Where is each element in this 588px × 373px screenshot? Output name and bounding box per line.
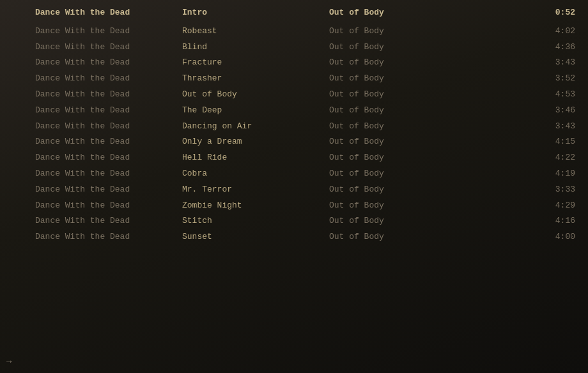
track-album: Out of Body [329, 151, 431, 165]
track-title: Zombie Night [182, 199, 329, 213]
header-artist: Dance With the Dead [35, 6, 182, 20]
track-duration: 4:22 [537, 151, 575, 165]
track-album: Out of Body [329, 25, 431, 38]
table-row[interactable]: Dance With the DeadSunsetOut of Body4:00 [0, 229, 588, 245]
table-row[interactable]: Dance With the DeadThrasherOut of Body3:… [0, 71, 588, 87]
table-row[interactable]: Dance With the DeadRobeastOut of Body4:0… [0, 24, 588, 40]
track-title: Stitch [182, 215, 329, 228]
track-album: Out of Body [329, 199, 431, 213]
track-title: Blind [182, 41, 329, 54]
track-duration: 3:52 [537, 72, 575, 86]
track-title: Dancing on Air [182, 120, 329, 133]
track-artist: Dance With the Dead [35, 151, 182, 165]
header-title: Intro [182, 6, 329, 20]
track-duration: 3:43 [537, 56, 575, 70]
track-spacer [431, 120, 537, 133]
track-album: Out of Body [329, 135, 431, 149]
track-duration: 3:46 [537, 104, 575, 118]
track-artist: Dance With the Dead [35, 88, 182, 102]
track-album: Out of Body [329, 104, 431, 118]
track-artist: Dance With the Dead [35, 215, 182, 228]
header-spacer [431, 6, 537, 20]
track-spacer [431, 135, 537, 149]
track-duration: 4:36 [537, 41, 575, 54]
track-duration: 4:53 [537, 88, 575, 102]
bottom-arrow: → [6, 356, 12, 367]
track-spacer [431, 56, 537, 70]
track-album: Out of Body [329, 183, 431, 197]
track-artist: Dance With the Dead [35, 199, 182, 213]
track-duration: 3:43 [537, 120, 575, 133]
track-album: Out of Body [329, 167, 431, 181]
track-artist: Dance With the Dead [35, 104, 182, 118]
table-header: Dance With the Dead Intro Out of Body 0:… [0, 5, 588, 22]
track-artist: Dance With the Dead [35, 25, 182, 38]
track-spacer [431, 167, 537, 181]
table-row[interactable]: Dance With the DeadBlindOut of Body4:36 [0, 40, 588, 56]
track-album: Out of Body [329, 56, 431, 70]
track-title: Fracture [182, 56, 329, 70]
track-album: Out of Body [329, 41, 431, 54]
track-title: Robeast [182, 25, 329, 38]
track-duration: 4:19 [537, 167, 575, 181]
track-title: Out of Body [182, 88, 329, 102]
track-spacer [431, 151, 537, 165]
track-title: Cobra [182, 167, 329, 181]
track-duration: 3:33 [537, 183, 575, 197]
header-duration: 0:52 [537, 6, 575, 20]
table-row[interactable]: Dance With the DeadDancing on AirOut of … [0, 119, 588, 135]
track-album: Out of Body [329, 88, 431, 102]
track-artist: Dance With the Dead [35, 167, 182, 181]
track-spacer [431, 199, 537, 213]
track-album: Out of Body [329, 231, 431, 244]
table-row[interactable]: Dance With the DeadThe DeepOut of Body3:… [0, 103, 588, 119]
track-duration: 4:16 [537, 215, 575, 228]
table-row[interactable]: Dance With the DeadHell RideOut of Body4… [0, 150, 588, 166]
track-artist: Dance With the Dead [35, 231, 182, 244]
track-title: The Deep [182, 104, 329, 118]
table-row[interactable]: Dance With the DeadMr. TerrorOut of Body… [0, 182, 588, 198]
track-spacer [431, 231, 537, 244]
header-album: Out of Body [329, 6, 431, 20]
track-artist: Dance With the Dead [35, 41, 182, 54]
track-duration: 4:29 [537, 199, 575, 213]
track-artist: Dance With the Dead [35, 72, 182, 86]
track-album: Out of Body [329, 120, 431, 133]
track-artist: Dance With the Dead [35, 56, 182, 70]
track-list: Dance With the Dead Intro Out of Body 0:… [0, 0, 588, 250]
table-row[interactable]: Dance With the DeadCobraOut of Body4:19 [0, 166, 588, 182]
track-title: Only a Dream [182, 135, 329, 149]
table-row[interactable]: Dance With the DeadStitchOut of Body4:16 [0, 213, 588, 229]
track-title: Sunset [182, 231, 329, 244]
table-row[interactable]: Dance With the DeadZombie NightOut of Bo… [0, 198, 588, 214]
track-spacer [431, 183, 537, 197]
table-row[interactable]: Dance With the DeadFractureOut of Body3:… [0, 55, 588, 71]
track-artist: Dance With the Dead [35, 135, 182, 149]
track-album: Out of Body [329, 72, 431, 86]
track-duration: 4:00 [537, 231, 575, 244]
track-spacer [431, 72, 537, 86]
track-title: Thrasher [182, 72, 329, 86]
table-row[interactable]: Dance With the DeadOut of BodyOut of Bod… [0, 87, 588, 103]
track-artist: Dance With the Dead [35, 120, 182, 133]
track-album: Out of Body [329, 215, 431, 228]
track-title: Hell Ride [182, 151, 329, 165]
track-spacer [431, 104, 537, 118]
track-spacer [431, 41, 537, 54]
track-duration: 4:15 [537, 135, 575, 149]
track-artist: Dance With the Dead [35, 183, 182, 197]
track-spacer [431, 215, 537, 228]
track-duration: 4:02 [537, 25, 575, 38]
track-title: Mr. Terror [182, 183, 329, 197]
table-row[interactable]: Dance With the DeadOnly a DreamOut of Bo… [0, 134, 588, 150]
track-spacer [431, 25, 537, 38]
track-spacer [431, 88, 537, 102]
